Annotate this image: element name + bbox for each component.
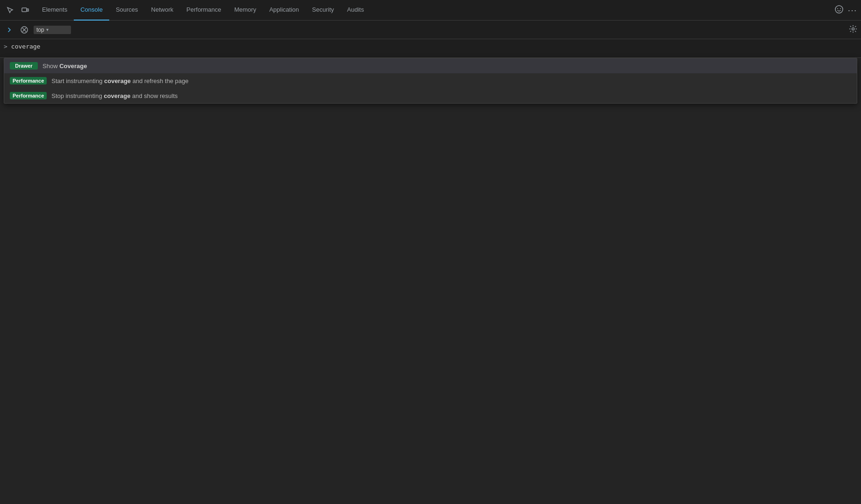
console-input-wrapper: > — [0, 39, 861, 58]
autocomplete-dropdown: Drawer Show Coverage Performance Start i… — [4, 58, 857, 104]
console-settings-icon[interactable] — [849, 25, 857, 35]
console-prompt: > — [4, 39, 9, 54]
console-second-toolbar: top ▾ — [0, 21, 861, 39]
tab-network[interactable]: Network — [145, 0, 180, 21]
autocomplete-item-3[interactable]: Performance Stop instrumenting coverage … — [4, 88, 857, 103]
tab-application[interactable]: Application — [263, 0, 306, 21]
console-input-container: > Drawer Show Coverage Performance Start… — [0, 39, 861, 58]
console-input[interactable] — [9, 39, 857, 54]
toolbar-left-icons — [4, 4, 32, 17]
console-content — [0, 58, 861, 504]
toolbar-right: ⋯ — [834, 5, 857, 16]
main-nav-tabs: Elements Console Sources Network Perform… — [35, 0, 370, 20]
svg-rect-0 — [22, 8, 27, 12]
tab-memory[interactable]: Memory — [228, 0, 263, 21]
svg-point-8 — [852, 28, 854, 30]
clear-console-icon[interactable] — [19, 24, 30, 35]
autocomplete-text-3: Stop instrumenting coverage and show res… — [51, 92, 177, 99]
tab-audits[interactable]: Audits — [340, 0, 370, 21]
badge-drawer: Drawer — [10, 62, 38, 70]
tab-elements[interactable]: Elements — [35, 0, 74, 21]
feedback-icon[interactable] — [834, 5, 844, 16]
badge-performance-2: Performance — [10, 92, 47, 99]
more-options-icon[interactable]: ⋯ — [847, 5, 857, 16]
context-selector[interactable]: top ▾ — [34, 26, 71, 34]
svg-point-4 — [840, 8, 841, 9]
autocomplete-item-2[interactable]: Performance Start instrumenting coverage… — [4, 73, 857, 88]
svg-rect-1 — [27, 9, 28, 11]
tab-sources[interactable]: Sources — [109, 0, 145, 21]
autocomplete-text-1: Show Coverage — [42, 63, 87, 70]
autocomplete-text-2: Start instrumenting coverage and refresh… — [51, 77, 188, 84]
svg-point-3 — [837, 8, 838, 9]
tab-security[interactable]: Security — [305, 0, 340, 21]
context-dropdown-arrow: ▾ — [46, 27, 49, 32]
inspect-icon[interactable] — [4, 4, 17, 17]
console-area: top ▾ > Drawer — [0, 21, 861, 504]
tab-performance[interactable]: Performance — [180, 0, 227, 21]
autocomplete-item-1[interactable]: Drawer Show Coverage — [4, 58, 857, 73]
console-expand-icon[interactable] — [4, 24, 15, 35]
device-toggle-icon[interactable] — [19, 4, 32, 17]
svg-point-2 — [835, 6, 843, 13]
devtools-toolbar: Elements Console Sources Network Perform… — [0, 0, 861, 21]
tab-console[interactable]: Console — [74, 0, 109, 21]
context-label: top — [36, 27, 44, 33]
badge-performance-1: Performance — [10, 77, 47, 84]
